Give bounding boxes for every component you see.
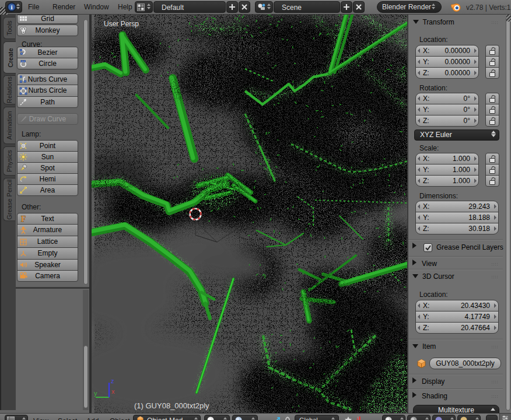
svg-text:F: F: [21, 215, 26, 223]
svg-text:y: y: [94, 390, 97, 397]
svg-text:x: x: [111, 388, 115, 395]
svg-text:i: i: [10, 4, 12, 10]
svg-text:User Persp: User Persp: [104, 20, 139, 28]
svg-text:z: z: [111, 377, 114, 384]
svg-text:(1) GUY08_000txt2ply: (1) GUY08_000txt2ply: [134, 401, 209, 410]
